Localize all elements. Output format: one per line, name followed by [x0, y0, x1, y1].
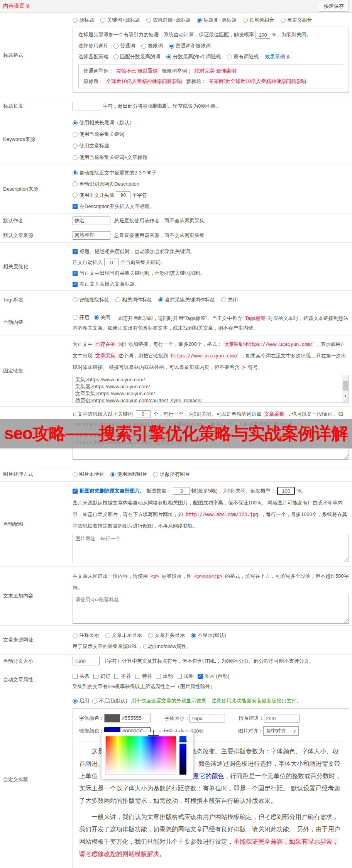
radio-smart-extract-tags[interactable]: 智能提取标签 — [73, 296, 109, 303]
default-author-input[interactable] — [73, 217, 110, 225]
indent-input[interactable] — [264, 714, 300, 722]
checkbox-image-auto[interactable]: 图片 (自动) — [198, 673, 229, 680]
word-code: 文章采集 — [262, 411, 286, 417]
radio-checked-icon — [158, 297, 163, 302]
image-count-input[interactable] — [173, 487, 190, 495]
image-urls-textarea[interactable]: 图片网址，每行一个 — [73, 534, 349, 562]
image-trigger-probability-input[interactable] — [277, 487, 295, 495]
row-fixed-links: 固定链接 为正文中已存在的词汇添加链接，每行一个，最多200个，格式：文章采集>… — [0, 335, 352, 406]
checkbox-headline[interactable]: 头条 — [73, 673, 90, 680]
checkbox-scroll[interactable]: 滚动 — [156, 673, 173, 680]
radio-related-words-tags[interactable]: 相关词作标签 — [115, 296, 152, 303]
checkbox-slide[interactable]: 幻灯 — [93, 673, 110, 680]
row-label: 自动分页大小 — [0, 655, 73, 668]
example-words: 绝对完美 最佳案例 — [193, 68, 238, 74]
demo-link[interactable]: 意它的颜色 — [193, 773, 224, 779]
radio-icon — [113, 44, 118, 49]
checkbox-icon — [114, 674, 119, 679]
radio-top5-random[interactable]: 分数最高的5个词随机 — [166, 53, 221, 60]
radio-random-prefix-title[interactable]: 随机前缀+源标题 — [146, 17, 191, 24]
radio-show-at-start[interactable]: 文章开头显示 — [148, 632, 185, 639]
example-text: 原标题： — [83, 78, 103, 84]
resize-grip-icon[interactable] — [344, 557, 348, 562]
row-label: Keywords来源 — [0, 114, 73, 164]
resize-grip-icon[interactable] — [344, 455, 348, 459]
checkbox-checked-icon — [73, 489, 78, 494]
line-height-input[interactable] — [189, 727, 224, 735]
radio-localize-images[interactable]: 图片本地化 — [73, 471, 104, 478]
row-label: 标题长度 — [0, 98, 73, 114]
radio-remote-images[interactable]: 使用远程图片 — [110, 471, 147, 478]
checkbox-featured[interactable]: 特荐 — [135, 673, 152, 680]
checkbox-insert-title-at-start[interactable]: 在正文开头插入文章标题。 — [73, 281, 140, 288]
clickbait-settings-box: 在标题头部添加一个有吸引力的短语，系统自动计算，保证最佳匹配，触发概率 %，为零… — [73, 27, 349, 93]
attrs-hint: 采集到的文章有5%机率获得以上所选属性之一（图片属性除外） — [73, 683, 349, 690]
strategy-label: 选择匹配策略： — [78, 53, 113, 60]
chevron-down-icon: ≫ — [286, 54, 291, 59]
radio-highest-score[interactable]: 匹配分数最高的词 — [113, 53, 160, 60]
radio-clickbait-title[interactable]: 标题党+源标题 — [197, 17, 237, 24]
radio-current-keywords[interactable]: 使用当前采集关键词 — [73, 131, 124, 138]
checkbox-icon — [177, 674, 182, 679]
radio-article-title[interactable]: 使用文章标题 — [73, 142, 109, 149]
image-urls-placeholder: 图片网址，每行一个 — [73, 534, 349, 543]
slider-handle[interactable] — [179, 741, 187, 744]
radio-block-images[interactable]: 屏蔽所有图片 — [153, 471, 190, 478]
radio-autolink-on[interactable]: 开启 — [73, 313, 89, 322]
radio-keywords-plus-title[interactable]: 使用当前采集关键词+文章标题 — [73, 154, 147, 161]
radio-source-title[interactable]: 源标题 — [73, 17, 94, 24]
radio-checked-icon — [166, 54, 171, 59]
font-size-input[interactable] — [190, 714, 225, 722]
radio-autolink-off[interactable]: 关闭 — [94, 313, 110, 322]
example-text: 普通词举例： — [83, 68, 113, 74]
quick-save-button[interactable]: 快速保存 — [319, 1, 349, 12]
radio-normal-words[interactable]: 普通词 — [113, 42, 135, 49]
color-value-slider[interactable] — [179, 736, 186, 775]
radio-show-at-end[interactable]: 文章末尾显示 — [105, 632, 142, 639]
keyword-insert-count-input[interactable] — [104, 259, 119, 266]
radio-keyword-source-title[interactable]: 关键词+源标题 — [100, 17, 140, 24]
radio-normal-and-extreme[interactable]: 普通词和极限词 — [169, 42, 211, 49]
radio-auto-extract-sentences[interactable]: 自动提取正文中最重要的2-3个句子 — [73, 169, 157, 176]
scrollbar[interactable]: ▲ ▼ — [342, 375, 349, 403]
checkbox-recommend[interactable]: 推荐 — [114, 673, 131, 680]
checkbox-bold-keywords[interactable]: 当正文中出现当前采集关键词时，自动把该关键词加粗。 — [73, 270, 205, 277]
resize-grip-icon[interactable] — [344, 619, 348, 623]
radio-icon — [100, 18, 105, 23]
font-color-field[interactable]: #555555 — [104, 714, 151, 722]
scrollbar-thumb[interactable] — [343, 381, 348, 391]
checkbox-bold[interactable]: 加粗 — [177, 673, 194, 680]
row-label: 默认文章来源 — [0, 228, 73, 242]
checkbox-insert-title-in-description[interactable]: 在Description开头插入文章标题。 — [73, 203, 155, 210]
radio-all-random[interactable]: 所有词随机 — [227, 53, 259, 60]
radio-icon — [73, 297, 78, 302]
density-count-input[interactable] — [136, 410, 151, 418]
checkbox-add-keywords-low-relevance[interactable]: 标题、描述相关度低时，自动添加当前采集关键词。 — [73, 248, 195, 255]
radio-hide-default[interactable]: 不显示(默认) — [191, 632, 226, 639]
radio-layout-enable[interactable]: 启用 — [73, 697, 89, 704]
radio-related-longtail[interactable]: 使用相关长尾词（默认） — [73, 119, 134, 126]
radio-current-keywords-tags[interactable]: 当前采集关键词作标签 — [158, 296, 215, 303]
image-count-label: 配图数量： — [146, 487, 171, 494]
row-label: 自动文章属性 — [0, 668, 73, 691]
radio-first-n-chars[interactable]: 使用正文开头前 — [73, 192, 114, 199]
checkbox-delete-original-images[interactable]: 配图前先删除原文自带图片。 — [73, 487, 145, 494]
radio-original-description[interactable]: 自动识别原网页Description — [73, 181, 139, 188]
default-source-input[interactable] — [73, 231, 110, 240]
title-length-input[interactable] — [73, 102, 101, 110]
radio-extreme-words[interactable]: 极限词 — [141, 42, 163, 49]
radio-tags-off[interactable]: 关闭 — [221, 296, 238, 303]
radio-show-as-comment[interactable]: 注释显示 — [73, 632, 99, 639]
trigger-probability-input[interactable] — [256, 31, 270, 39]
description-char-count-input[interactable] — [116, 191, 130, 199]
radio-custom-combo[interactable]: 自定义组合 — [281, 17, 312, 24]
radio-icon — [73, 633, 78, 638]
append-textarea[interactable]: 请使用<p>段落标签 — [73, 595, 349, 624]
radio-longtail-combo[interactable]: 长尾词组合 — [243, 17, 274, 24]
color-gradient-area[interactable] — [105, 736, 176, 775]
fixed-links-textarea[interactable]: 采集>https://www.ucaiyun.com/ 采集器>https://… — [73, 375, 349, 403]
paging-size-input[interactable] — [73, 657, 100, 665]
image-align-select[interactable]: 居中对齐∨ — [263, 726, 299, 736]
demo-example-link[interactable]: 效果示例 — [265, 53, 285, 60]
radio-layout-disable[interactable]: 不启用(默认) — [92, 697, 127, 704]
